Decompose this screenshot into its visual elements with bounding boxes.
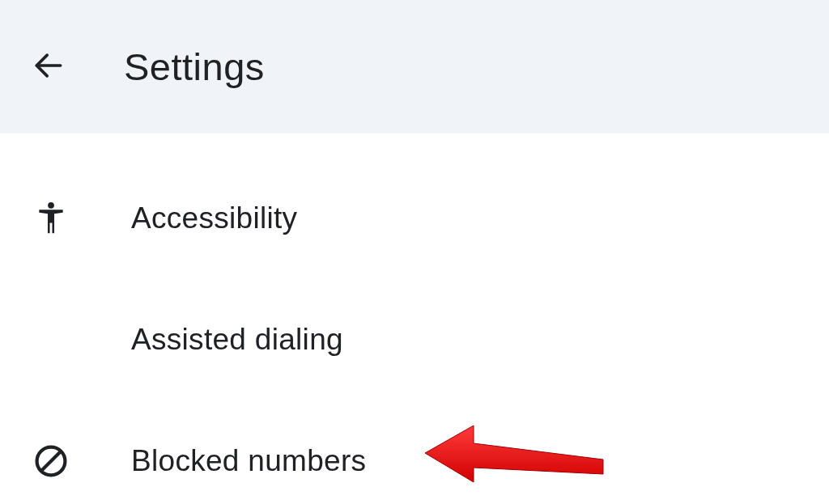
svg-line-3	[41, 451, 62, 472]
settings-item-blocked-numbers[interactable]: Blocked numbers	[0, 400, 829, 504]
block-icon	[31, 441, 71, 481]
settings-item-assisted-dialing[interactable]: Assisted dialing	[0, 279, 829, 400]
settings-list: Accessibility Assisted dialing Blocked n…	[0, 133, 829, 504]
settings-item-accessibility[interactable]: Accessibility	[0, 158, 829, 279]
settings-item-label: Blocked numbers	[131, 444, 366, 478]
back-button[interactable]	[24, 43, 73, 91]
settings-item-label: Assisted dialing	[131, 323, 343, 357]
empty-icon	[31, 320, 71, 360]
page-title: Settings	[124, 44, 265, 89]
back-arrow-icon	[31, 48, 66, 87]
accessibility-icon	[31, 198, 71, 239]
settings-header: Settings	[0, 0, 829, 133]
svg-point-1	[48, 202, 54, 209]
settings-item-label: Accessibility	[131, 201, 297, 235]
